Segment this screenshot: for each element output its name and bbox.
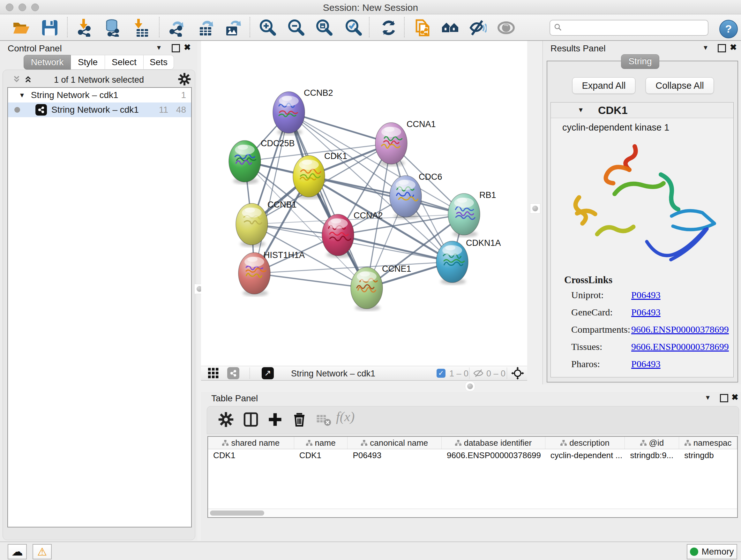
right-splitter-handle[interactable]	[530, 203, 540, 213]
import-table-from-file-icon[interactable]	[131, 19, 149, 37]
network-edge[interactable]	[254, 112, 289, 273]
open-session-icon[interactable]	[12, 19, 30, 37]
crosslink-value-link[interactable]: P06493	[631, 307, 661, 318]
show-graphics-details-icon[interactable]	[497, 19, 515, 37]
network-edge[interactable]	[309, 176, 464, 214]
node-table[interactable]: shared namenamecanonical namedatabase id…	[207, 436, 738, 518]
column-header-namespac[interactable]: namespac	[679, 437, 737, 449]
network-node-ccnb1[interactable]: CCNB1	[236, 200, 297, 247]
table-cell[interactable]: stringdb:9...	[625, 449, 679, 461]
import-network-from-database-icon[interactable]	[104, 19, 121, 37]
panel-close-icon[interactable]: ✖	[731, 392, 738, 402]
zoom-in-icon[interactable]	[259, 19, 276, 37]
network-collection-row[interactable]: ▼ String Network – cdk1 1	[8, 88, 191, 103]
export-image-icon[interactable]	[224, 19, 242, 37]
network-node-cdkn1a[interactable]: CDKN1A	[436, 238, 501, 285]
column-header-database-identifier[interactable]: database identifier	[442, 437, 545, 449]
panel-menu-icon[interactable]: ▼	[704, 394, 711, 401]
table-cell[interactable]: CDK1	[208, 449, 294, 461]
network-node-ccna1[interactable]: CCNA1	[375, 119, 436, 166]
refresh-view-icon[interactable]	[380, 19, 398, 37]
table-cell[interactable]: P06493	[347, 449, 442, 461]
show-columns-icon[interactable]	[243, 412, 260, 429]
selected-checkbox-icon[interactable]: ✓	[436, 369, 446, 378]
crosslink-value-link[interactable]: P06493	[631, 359, 661, 369]
export-network-icon[interactable]	[167, 19, 185, 37]
network-node-cdc25b[interactable]: CDC25B	[229, 138, 295, 184]
table-cell[interactable]: stringdb	[679, 449, 737, 461]
network-node-ccne1[interactable]: CCNE1	[351, 264, 411, 311]
save-session-icon[interactable]	[41, 19, 59, 37]
scrollbar-thumb[interactable]	[210, 510, 264, 516]
panel-float-icon[interactable]	[172, 44, 180, 52]
string-network-graph[interactable]: CCNB2CCNA1CDC25BCDK1CDC6RB1CCNB1CCNA2CDK…	[201, 41, 527, 366]
search-input[interactable]	[565, 21, 704, 34]
show-networks-overview-icon[interactable]	[441, 19, 459, 37]
tab-network[interactable]: Network	[23, 55, 71, 70]
network-edge[interactable]	[289, 112, 367, 288]
crosslink-value-link[interactable]: 9606.ENSP00000378699	[631, 324, 729, 335]
collapse-all-button[interactable]: Collapse All	[646, 77, 714, 94]
network-node-ccnb2[interactable]: CCNB2	[273, 88, 333, 135]
table-cell[interactable]: 9606.ENSP00000378699	[442, 449, 545, 461]
panel-close-icon[interactable]: ✖	[730, 43, 737, 52]
bottom-splitter-handle[interactable]	[465, 381, 475, 391]
import-network-from-file-icon[interactable]	[76, 19, 94, 37]
tab-string[interactable]: String	[621, 54, 659, 69]
network-node-hist1h1a[interactable]: HIST1H1A	[239, 250, 305, 296]
protein-card-header[interactable]: ▼ CDK1	[551, 103, 733, 118]
zoom-out-icon[interactable]	[287, 19, 305, 37]
network-edge[interactable]	[338, 235, 452, 262]
help-icon[interactable]: ?	[719, 20, 738, 38]
node-label: CCNA1	[407, 119, 436, 129]
panel-float-icon[interactable]	[720, 394, 728, 402]
column-header-name[interactable]: name	[294, 437, 348, 449]
cloud-services-icon[interactable]: ☁	[8, 544, 27, 559]
network-node-cdc6[interactable]: CDC6	[390, 172, 442, 219]
create-column-plus-icon[interactable]	[267, 412, 284, 429]
panel-float-icon[interactable]	[718, 44, 726, 52]
expand-all-button[interactable]: Expand All	[572, 77, 635, 94]
crosslink-label: Uniprot:	[571, 290, 604, 300]
crosslink-value-link[interactable]: 9606.ENSP00000378699	[631, 341, 729, 352]
tab-sets[interactable]: Sets	[144, 55, 174, 70]
table-row[interactable]: CDK1CDK1P064939606.ENSP00000378699cyclin…	[208, 449, 737, 461]
network-options-gear-icon[interactable]	[178, 72, 191, 87]
goto-network-icon[interactable]: ↗	[262, 367, 274, 379]
fit-selected-crosshair-icon[interactable]	[511, 367, 524, 381]
horizontal-scrollbar[interactable]	[208, 509, 737, 517]
crosslink-label: Tissues:	[571, 341, 602, 352]
table-options-gear-icon[interactable]	[218, 412, 235, 429]
tab-style[interactable]: Style	[71, 55, 105, 70]
zoom-selected-icon[interactable]	[344, 19, 362, 37]
network-node-rb1[interactable]: RB1	[448, 190, 496, 237]
clone-network-icon[interactable]	[414, 19, 432, 37]
zoom-fit-content-icon[interactable]	[315, 19, 333, 37]
crosslink-value-link[interactable]: P06493	[631, 290, 661, 300]
string-style-icon[interactable]	[227, 367, 239, 379]
column-header-shared-name[interactable]: shared name	[208, 437, 294, 449]
memory-button[interactable]: Memory	[687, 544, 737, 559]
export-table-icon[interactable]	[197, 19, 215, 37]
tab-select[interactable]: Select	[105, 55, 144, 70]
warnings-icon[interactable]: ⚠	[32, 544, 52, 559]
panel-menu-icon[interactable]: ▼	[702, 44, 709, 51]
collapse-triangle-icon[interactable]: ▼	[19, 91, 25, 99]
crosslink-label: GeneCard:	[571, 307, 613, 318]
column-header--id[interactable]: @id	[625, 437, 679, 449]
network-row[interactable]: String Network – cdk1 11 48	[8, 103, 191, 117]
collapse-triangle-icon[interactable]: ▼	[578, 106, 584, 114]
hide-selected-icon[interactable]	[469, 19, 487, 37]
network-node-ccna2[interactable]: CCNA2	[322, 211, 383, 258]
column-header-description[interactable]: description	[545, 437, 625, 449]
panel-menu-icon[interactable]: ▼	[156, 44, 162, 51]
table-cell[interactable]: CDK1	[294, 449, 348, 461]
panel-close-icon[interactable]: ✖	[184, 43, 191, 52]
hidden-eye-icon	[473, 369, 484, 379]
column-header-canonical-name[interactable]: canonical name	[347, 437, 442, 449]
delete-column-trash-icon[interactable]	[291, 412, 309, 429]
network-edge[interactable]	[254, 273, 367, 288]
birds-eye-view-icon[interactable]	[208, 368, 219, 380]
network-canvas[interactable]: CCNB2CCNA1CDC25BCDK1CDC6RB1CCNB1CCNA2CDK…	[201, 41, 527, 366]
table-cell[interactable]: cyclin-dependent ...	[545, 449, 625, 461]
